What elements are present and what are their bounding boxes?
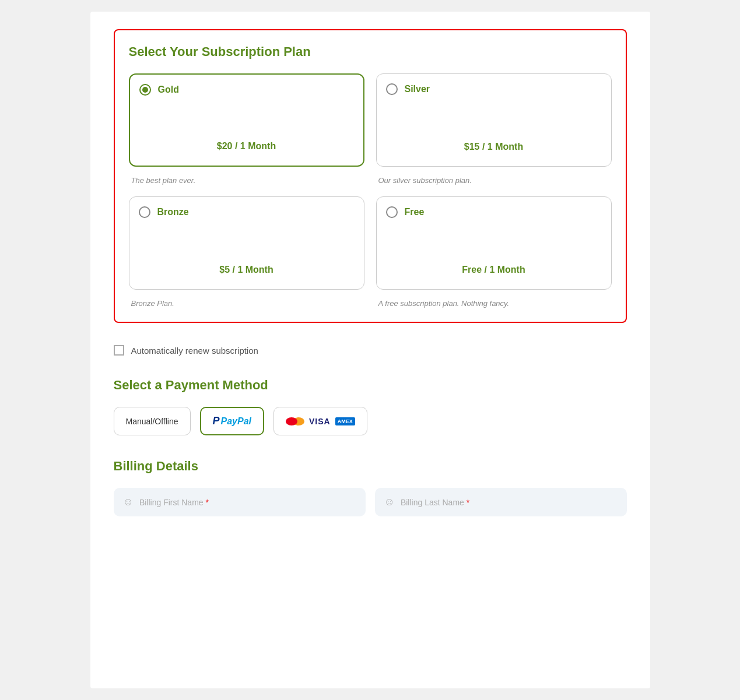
billing-fields: ☺ Billing First Name * ☺ Billing Last Na…	[114, 488, 627, 516]
mc-left-circle	[286, 417, 297, 425]
plan-card-bronze[interactable]: Bronze $5 / 1 Month	[129, 196, 364, 290]
plan-header-silver: Silver	[386, 83, 602, 95]
visa-icon: VISA	[309, 417, 331, 426]
plan-radio-gold[interactable]	[139, 84, 151, 96]
plan-header-bronze: Bronze	[139, 206, 355, 218]
plan-price-area-free: Free / 1 Month	[386, 223, 602, 280]
payment-methods: Manual/Offline P PayPal VISA AMEX	[114, 407, 627, 435]
plan-header-gold: Gold	[139, 84, 354, 96]
plan-price-area-bronze: $5 / 1 Month	[139, 223, 355, 280]
plan-name-free: Free	[405, 207, 425, 217]
mastercard-icon	[286, 417, 304, 425]
plan-radio-bronze[interactable]	[139, 206, 150, 218]
first-name-required: *	[205, 498, 208, 507]
plan-price-area-gold: $20 / 1 Month	[139, 100, 354, 156]
plan-price-bronze: $5 / 1 Month	[219, 265, 273, 275]
plan-price-area-silver: $15 / 1 Month	[386, 100, 602, 157]
autorenew-label: Automatically renew subscription	[131, 346, 258, 356]
plan-price-silver: $15 / 1 Month	[464, 142, 523, 152]
payment-paypal[interactable]: P PayPal	[200, 407, 265, 435]
paypal-p-letter: P	[213, 415, 220, 427]
plan-desc-gold: The best plan ever.	[129, 176, 364, 185]
plan-price-free: Free / 1 Month	[462, 265, 525, 275]
plans-grid: Gold $20 / 1 Month The best plan ever. S…	[129, 73, 612, 167]
billing-section: Billing Details ☺ Billing First Name * ☺…	[114, 459, 627, 516]
plan-desc-bronze: Bronze Plan.	[129, 299, 364, 308]
payment-title: Select a Payment Method	[114, 378, 627, 393]
autorenew-checkbox[interactable]	[114, 345, 124, 356]
billing-first-name-field[interactable]: ☺ Billing First Name *	[114, 488, 366, 516]
person-icon-last: ☺	[384, 496, 395, 508]
plan-header-free: Free	[386, 206, 602, 218]
payment-manual-label: Manual/Offline	[126, 417, 178, 426]
plan-radio-silver[interactable]	[386, 83, 398, 95]
card-icons: VISA AMEX	[286, 417, 355, 426]
plan-desc-silver: Our silver subscription plan.	[376, 176, 612, 185]
person-icon-first: ☺	[123, 496, 134, 508]
plan-price-gold: $20 / 1 Month	[217, 141, 276, 152]
billing-title: Billing Details	[114, 459, 627, 474]
last-name-placeholder: Billing Last Name *	[401, 498, 469, 507]
plan-name-gold: Gold	[158, 85, 179, 95]
billing-last-name-field[interactable]: ☺ Billing Last Name *	[375, 488, 627, 516]
plan-card-silver[interactable]: Silver $15 / 1 Month	[376, 73, 612, 167]
plan-name-bronze: Bronze	[157, 207, 189, 217]
amex-icon: AMEX	[335, 417, 355, 425]
plans-grid-row2: Bronze $5 / 1 Month Free Free / 1 Month	[129, 196, 612, 290]
autorenew-section: Automatically renew subscription	[114, 340, 627, 360]
last-name-required: *	[467, 498, 469, 507]
plan-radio-free[interactable]	[386, 206, 398, 218]
plan-card-gold[interactable]: Gold $20 / 1 Month	[129, 73, 364, 167]
paypal-text: PayPal	[221, 416, 251, 427]
plan-desc-free: A free subscription plan. Nothing fancy.	[376, 299, 612, 308]
subscription-section: Select Your Subscription Plan Gold $20 /…	[114, 29, 627, 323]
subscription-title: Select Your Subscription Plan	[129, 44, 612, 59]
payment-manual[interactable]: Manual/Offline	[114, 407, 191, 435]
first-name-placeholder: Billing First Name *	[139, 498, 209, 507]
paypal-icon: P PayPal	[213, 415, 252, 427]
payment-section: Select a Payment Method Manual/Offline P…	[114, 378, 627, 435]
plan-card-free[interactable]: Free Free / 1 Month	[376, 196, 612, 290]
page-container: Select Your Subscription Plan Gold $20 /…	[90, 12, 650, 688]
payment-card[interactable]: VISA AMEX	[273, 407, 367, 435]
plan-name-silver: Silver	[405, 84, 430, 94]
